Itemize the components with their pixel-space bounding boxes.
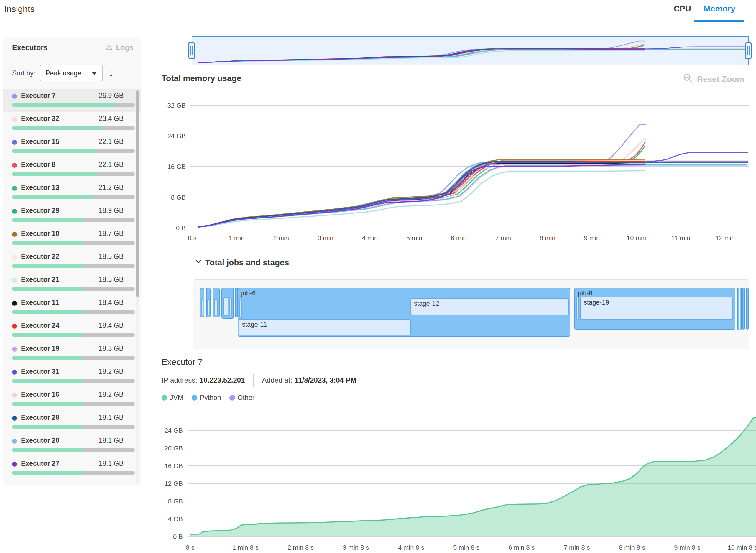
executor-usage-bar [12,379,135,383]
executor-detail-title: Executor 7 [162,357,203,367]
stage-bar-stage-12[interactable]: stage-12 [410,298,569,315]
executor-color-dot [12,278,17,283]
svg-text:10 min 8 s: 10 min 8 s [728,544,756,551]
svg-text:8 GB: 8 GB [168,497,183,505]
svg-text:10 min: 10 min [626,234,646,242]
jobs-stages-gantt[interactable]: job-6job-8stage-12stage-11stage-19 [193,280,749,349]
executor-name: Executor 19 [21,344,59,352]
stage-bar[interactable] [207,299,209,315]
executor-name: Executor 31 [21,368,59,376]
svg-text:4 min 8 s: 4 min 8 s [398,544,424,551]
executor-name: Executor 21 [21,275,59,284]
stage-bar-stage-19[interactable]: stage-19 [580,297,733,320]
executor-peak-value: 18.4 GB [99,322,124,330]
legend-item-other[interactable]: Other [229,394,255,402]
executor-color-dot [12,324,17,329]
job-bar[interactable] [746,288,749,330]
executor-peak-value: 18.5 GB [99,253,124,260]
svg-text:16 GB: 16 GB [164,462,183,470]
list-item[interactable]: Executor 1918.3 GB [3,342,141,365]
svg-text:3 min: 3 min [317,234,333,242]
svg-text:7 min 8 s: 7 min 8 s [564,544,590,551]
tab-cpu[interactable]: CPU [674,4,691,14]
jobs-stages-toggle[interactable]: Total jobs and stages [195,258,289,267]
list-item[interactable]: Executor 1618.2 GB [3,388,141,411]
sort-direction-button[interactable]: ↓ [109,68,114,79]
legend-dot [192,395,197,401]
stage-bar[interactable] [201,299,203,315]
total-memory-title: Total memory usage [162,74,241,83]
legend-item-python[interactable]: Python [192,394,221,402]
svg-text:0 B: 0 B [173,533,183,540]
logs-button-label: Logs [116,43,134,52]
zoom-brush[interactable] [192,36,749,65]
job-bar[interactable] [737,288,739,330]
sort-select[interactable]: Peak usage [40,65,103,81]
legend-item-jvm[interactable]: JVM [162,394,183,402]
executors-panel-header: Executors Logs [3,37,141,59]
executor-color-dot [12,393,17,398]
legend-dot [162,395,167,401]
executor-name: Executor 22 [21,253,59,260]
logs-button[interactable]: Logs [105,43,134,52]
svg-text:8 GB: 8 GB [171,194,186,201]
executor-color-dot [12,301,17,306]
svg-text:1 min: 1 min [229,234,245,242]
executor-usage-bar [12,264,135,268]
executor-memory-area-chart[interactable]: 24 GB20 GB16 GB12 GB8 GB4 GB0 B8 s1 min … [0,410,756,553]
svg-text:9 min 8 s: 9 min 8 s [674,544,700,551]
job-bar[interactable] [742,288,745,330]
svg-text:2 min 8 s: 2 min 8 s [288,544,314,551]
executor-usage-bar [12,310,135,314]
svg-text:1 min 8 s: 1 min 8 s [232,544,258,551]
svg-text:16 GB: 16 GB [167,163,186,170]
meta-divider [253,374,253,387]
stage-bar[interactable] [214,299,218,315]
list-item[interactable]: Executor 1118.4 GB [3,296,141,319]
reset-zoom-button[interactable]: Reset Zoom [683,73,744,85]
executor-name: Executor 24 [21,322,59,330]
list-item[interactable]: Executor 2418.4 GB [3,319,141,342]
sort-by-label: Sort by: [12,69,35,77]
stage-bar[interactable] [229,298,232,316]
reset-zoom-label: Reset Zoom [697,75,744,84]
legend-label: JVM [170,394,183,402]
stage-bar[interactable] [576,297,579,320]
executor-peak-value: 18.2 GB [99,391,124,399]
executors-title: Executors [12,43,48,52]
executor-name: Executor 16 [21,391,59,399]
legend-dot [229,395,235,401]
executor-usage-bar [12,356,135,360]
chevron-down-icon [92,72,97,75]
executor-usage-bar [12,402,135,406]
job-bar[interactable] [740,288,742,330]
panel-divider [3,59,141,59]
executor-color-dot [12,347,17,352]
brush-handle-right[interactable] [745,42,752,59]
jobs-stages-title: Total jobs and stages [205,258,289,267]
stage-bar-label: stage-19 [584,299,609,306]
svg-text:32 GB: 32 GB [167,102,186,109]
job-bar-label: job-8 [578,290,592,297]
list-item[interactable]: Executor 2118.5 GB [3,273,141,296]
svg-text:20 GB: 20 GB [164,445,183,452]
svg-text:12 GB: 12 GB [164,480,183,487]
svg-text:8 s: 8 s [186,544,194,551]
brush-handle-left[interactable] [188,42,195,59]
list-item[interactable]: Executor 3118.2 GB [3,365,141,388]
sort-select-value: Peak usage [46,69,81,77]
stage-bar[interactable] [239,300,242,318]
svg-text:3 min 8 s: 3 min 8 s [343,544,369,551]
svg-text:6 min 8 s: 6 min 8 s [508,544,535,551]
stage-bar[interactable] [223,298,228,316]
brush-mini-chart [192,37,748,65]
svg-text:4 min: 4 min [362,234,378,242]
svg-text:6 min: 6 min [451,234,467,242]
job-bar-label: job-6 [241,290,256,297]
svg-text:0 B: 0 B [176,224,186,232]
svg-text:7 min: 7 min [495,234,511,242]
total-memory-chart[interactable]: 32 GB24 GB16 GB8 GB0 B0 s1 min2 min3 min… [0,94,756,253]
tab-memory[interactable]: Memory [704,4,735,14]
stage-bar-stage-11[interactable]: stage-11 [238,319,411,335]
executor-meta-row: IP address: 10.223.52.201 Added at: 11/8… [162,374,357,387]
